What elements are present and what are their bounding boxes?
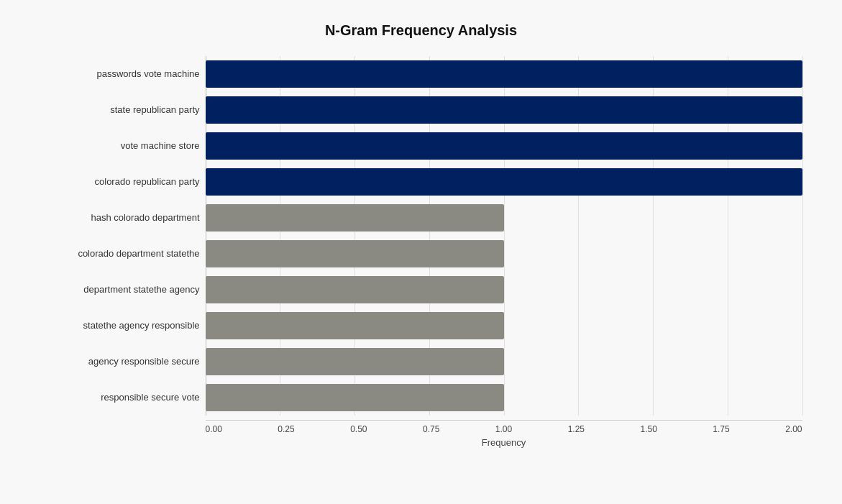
- bar: [206, 96, 802, 124]
- x-axis-label: Frequency: [206, 437, 802, 448]
- bar-row: [206, 308, 802, 344]
- bar: [206, 384, 504, 411]
- bar-row: [206, 272, 802, 308]
- y-label: hash colorado department: [40, 200, 200, 236]
- bar: [206, 204, 504, 232]
- bar-row: [206, 164, 802, 200]
- x-tick: 0.00: [206, 424, 222, 434]
- y-label: vote machine store: [40, 128, 200, 164]
- x-tick: 1.75: [713, 424, 729, 434]
- chart-title: N-Gram Frequency Analysis: [40, 22, 802, 39]
- y-label: statethe agency responsible: [40, 308, 200, 344]
- x-axis: 0.000.250.500.751.001.251.501.752.00 Fre…: [206, 420, 802, 448]
- y-label: state republican party: [40, 92, 200, 128]
- bar: [206, 276, 504, 303]
- x-tick: 0.25: [278, 424, 294, 434]
- x-tick: 0.75: [423, 424, 439, 434]
- bar: [206, 348, 504, 375]
- y-label: department statethe agency: [40, 272, 200, 308]
- bar-row: [206, 380, 802, 416]
- grid-line: [802, 56, 803, 416]
- y-label: colorado department statethe: [40, 236, 200, 272]
- bar-row: [206, 56, 802, 92]
- y-label: responsible secure vote: [40, 380, 200, 416]
- chart-container: N-Gram Frequency Analysis passwords vote…: [26, 8, 817, 497]
- x-tick: 1.00: [495, 424, 512, 434]
- bar-row: [206, 200, 802, 236]
- y-label: passwords vote machine: [40, 56, 200, 92]
- bar: [206, 60, 802, 88]
- bar: [206, 132, 802, 160]
- x-tick: 0.50: [350, 424, 367, 434]
- bar: [206, 168, 802, 196]
- bars-container: [206, 56, 802, 416]
- y-axis-labels: passwords vote machinestate republican p…: [40, 56, 206, 416]
- bar-row: [206, 344, 802, 380]
- x-ticks: 0.000.250.500.751.001.251.501.752.00: [206, 424, 802, 434]
- x-tick: 2.00: [785, 424, 802, 434]
- y-label: agency responsible secure: [40, 344, 200, 380]
- y-label: colorado republican party: [40, 164, 200, 200]
- bar: [206, 240, 504, 267]
- bar-row: [206, 128, 802, 164]
- bar: [206, 312, 504, 339]
- x-tick: 1.25: [568, 424, 585, 434]
- x-tick: 1.50: [640, 424, 656, 434]
- bars-panel: [206, 56, 802, 416]
- bar-row: [206, 236, 802, 272]
- bar-row: [206, 92, 802, 128]
